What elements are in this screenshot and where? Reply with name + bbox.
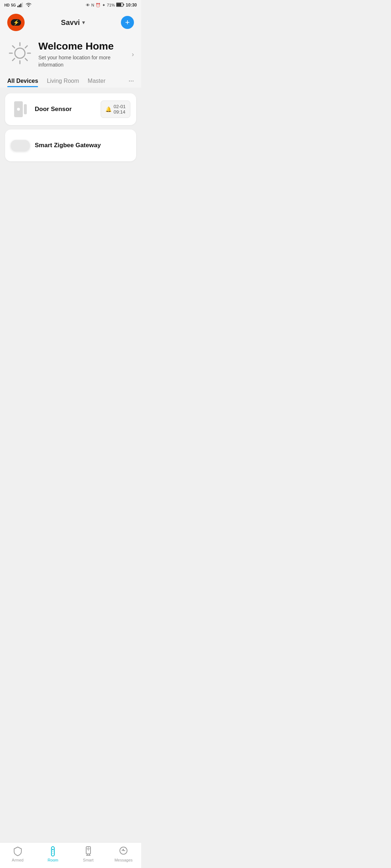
svg-rect-7 bbox=[123, 4, 124, 5]
door-sensor-name: Door Sensor bbox=[35, 106, 96, 113]
network-badge: 5G bbox=[11, 3, 16, 7]
bluetooth-icon: ✦ bbox=[102, 3, 105, 8]
svg-rect-2 bbox=[20, 4, 21, 7]
door-sensor-icon bbox=[11, 100, 30, 119]
status-left: HD 5G bbox=[4, 2, 32, 8]
svg-rect-0 bbox=[17, 6, 18, 7]
alert-time: 02-01 09:14 bbox=[114, 104, 126, 115]
signal-bars bbox=[17, 3, 24, 8]
svg-line-18 bbox=[13, 46, 15, 48]
home-selector[interactable]: Savvi ▾ bbox=[61, 18, 84, 27]
svg-point-11 bbox=[16, 21, 19, 24]
welcome-heading: Welcome Home bbox=[38, 41, 126, 52]
sun-icon bbox=[7, 41, 33, 66]
hd-badge: HD bbox=[4, 3, 9, 7]
svg-line-19 bbox=[25, 59, 28, 61]
svg-point-10 bbox=[13, 22, 15, 24]
svg-line-21 bbox=[13, 59, 15, 61]
more-tabs-icon[interactable]: ··· bbox=[129, 77, 134, 88]
svg-line-20 bbox=[25, 46, 28, 48]
device-card-door-sensor[interactable]: Door Sensor 🔔 02-01 09:14 bbox=[5, 93, 136, 125]
alert-badge: 🔔 02-01 09:14 bbox=[101, 101, 130, 118]
tab-master[interactable]: Master bbox=[88, 78, 105, 87]
nfc-icon: N bbox=[91, 3, 94, 7]
status-time: 10:30 bbox=[126, 3, 137, 8]
svg-rect-3 bbox=[22, 3, 23, 7]
svg-point-13 bbox=[15, 48, 25, 58]
app-logo bbox=[7, 14, 25, 31]
home-name: Savvi bbox=[61, 18, 80, 27]
device-list: Door Sensor 🔔 02-01 09:14 Smart Zigbee G… bbox=[0, 88, 141, 276]
zigbee-gateway-icon bbox=[11, 136, 30, 155]
welcome-subtext: Set your home location for more informat… bbox=[38, 54, 126, 68]
tab-living-room[interactable]: Living Room bbox=[47, 78, 79, 87]
welcome-banner: Welcome Home Set your home location for … bbox=[0, 35, 141, 77]
add-button[interactable]: + bbox=[121, 16, 134, 29]
svg-point-4 bbox=[28, 6, 29, 7]
welcome-text: Welcome Home Set your home location for … bbox=[38, 41, 126, 68]
battery-icon bbox=[116, 3, 124, 8]
svg-rect-8 bbox=[11, 20, 21, 26]
battery-percent: 71% bbox=[107, 3, 115, 7]
status-bar: HD 5G 👁 N ⏰ ✦ 71% bbox=[0, 0, 141, 10]
device-card-zigbee-gateway[interactable]: Smart Zigbee Gateway bbox=[5, 129, 136, 161]
zigbee-gateway-name: Smart Zigbee Gateway bbox=[35, 142, 130, 149]
svg-rect-6 bbox=[117, 3, 121, 6]
status-right: 👁 N ⏰ ✦ 71% 10:30 bbox=[86, 3, 137, 8]
wifi-icon bbox=[25, 2, 32, 8]
tab-all-devices[interactable]: All Devices bbox=[7, 78, 38, 87]
eye-icon: 👁 bbox=[86, 3, 90, 7]
chevron-down-icon: ▾ bbox=[82, 20, 85, 25]
welcome-arrow-icon[interactable]: › bbox=[132, 51, 134, 58]
alarm-icon: ⏰ bbox=[96, 3, 101, 8]
svg-point-9 bbox=[13, 21, 16, 24]
svg-point-12 bbox=[17, 22, 18, 24]
svg-rect-1 bbox=[19, 5, 20, 7]
app-header: Savvi ▾ + bbox=[0, 10, 141, 35]
room-tabs: All Devices Living Room Master ··· bbox=[0, 77, 141, 88]
bell-icon: 🔔 bbox=[105, 106, 112, 112]
